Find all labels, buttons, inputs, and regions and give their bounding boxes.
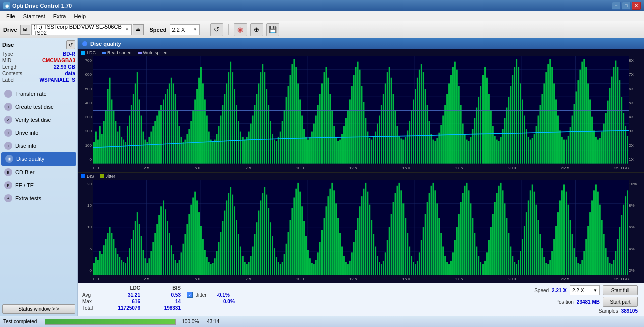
speed-select-value: 2.2 X bbox=[572, 288, 584, 293]
svg-rect-41 bbox=[141, 116, 142, 164]
stats-total-bis: 198331 bbox=[140, 305, 181, 311]
svg-rect-75 bbox=[208, 132, 210, 164]
svg-rect-78 bbox=[214, 140, 216, 164]
start-full-button[interactable]: Start full bbox=[603, 285, 638, 295]
svg-rect-427 bbox=[345, 262, 347, 275]
svg-rect-56 bbox=[171, 78, 172, 164]
svg-rect-419 bbox=[329, 188, 331, 275]
svg-rect-156 bbox=[369, 138, 370, 164]
copy-button[interactable]: ⊕ bbox=[250, 23, 263, 36]
svg-rect-124 bbox=[305, 137, 307, 164]
menu-file[interactable]: File bbox=[2, 12, 19, 20]
svg-rect-304 bbox=[101, 254, 103, 275]
status-window-button[interactable]: Status window > > bbox=[2, 304, 75, 314]
svg-rect-23 bbox=[105, 110, 107, 164]
svg-rect-420 bbox=[331, 183, 333, 275]
svg-rect-449 bbox=[389, 227, 390, 275]
svg-rect-280 bbox=[615, 61, 616, 164]
sidebar-item-fe-te[interactable]: F FE / TE bbox=[0, 179, 77, 192]
svg-rect-24 bbox=[107, 89, 109, 164]
svg-rect-562 bbox=[613, 260, 614, 275]
eject-button[interactable]: ⏏ bbox=[133, 24, 144, 35]
sidebar-item-transfer-rate[interactable]: → Transfer rate bbox=[0, 87, 77, 100]
svg-rect-271 bbox=[597, 140, 599, 164]
disc-section: Disc ↺ Type BD-R MID CMCMAGBA3 Length 22… bbox=[0, 38, 77, 86]
sidebar-item-create-test-disc[interactable]: + Create test disc bbox=[0, 100, 77, 113]
disc-quality-title: Disc quality bbox=[90, 41, 121, 47]
svg-rect-379 bbox=[250, 256, 252, 275]
save-button[interactable]: 💾 bbox=[266, 23, 279, 36]
svg-rect-331 bbox=[154, 233, 156, 275]
svg-rect-511 bbox=[512, 256, 513, 275]
speed-dropdown[interactable]: 2.2 X ▼ bbox=[170, 24, 200, 35]
sidebar-item-disc-info[interactable]: i Disc info bbox=[0, 139, 77, 152]
svg-rect-487 bbox=[464, 186, 466, 275]
svg-rect-532 bbox=[553, 239, 555, 275]
svg-rect-83 bbox=[224, 94, 225, 164]
minimize-button[interactable]: − bbox=[612, 2, 621, 10]
svg-rect-325 bbox=[143, 250, 144, 275]
chart1-svg-area bbox=[93, 56, 629, 164]
maximize-button[interactable]: □ bbox=[622, 2, 631, 10]
svg-rect-368 bbox=[228, 193, 229, 275]
sidebar-label-transfer-rate: Transfer rate bbox=[15, 91, 47, 97]
svg-rect-527 bbox=[543, 257, 545, 275]
sidebar-item-extra-tests[interactable]: + Extra tests bbox=[0, 192, 77, 205]
menu-help[interactable]: Help bbox=[70, 12, 90, 20]
svg-rect-513 bbox=[516, 264, 517, 275]
svg-rect-405 bbox=[301, 206, 303, 275]
menu-extra[interactable]: Extra bbox=[49, 12, 70, 20]
drive-dropdown[interactable]: (F:) TSSTcorp BDDVDW SE-506CB TS02 ▼ bbox=[31, 24, 132, 35]
svg-rect-135 bbox=[327, 78, 329, 164]
svg-rect-335 bbox=[163, 200, 164, 275]
sidebar-item-cd-bler[interactable]: B CD Bler bbox=[0, 166, 77, 179]
color-button[interactable]: ◉ bbox=[234, 23, 247, 36]
svg-rect-249 bbox=[553, 83, 555, 164]
svg-rect-566 bbox=[621, 215, 622, 275]
svg-rect-123 bbox=[303, 129, 305, 164]
svg-rect-441 bbox=[373, 234, 374, 275]
sidebar-item-drive-info[interactable]: i Drive info bbox=[0, 126, 77, 139]
stats-bis-header: BIS bbox=[140, 285, 181, 291]
svg-rect-559 bbox=[607, 257, 609, 275]
sidebar-item-disc-quality[interactable]: ◉ Disc quality bbox=[1, 152, 76, 166]
svg-rect-81 bbox=[220, 116, 221, 164]
speed-select-box[interactable]: 2.2 X ▼ bbox=[570, 285, 600, 295]
svg-rect-448 bbox=[387, 240, 388, 275]
stats-total-row: Total 11725076 198331 bbox=[82, 305, 235, 311]
svg-rect-144 bbox=[345, 118, 347, 164]
chart1-area: 700 600 500 400 300 200 100 0 bbox=[78, 56, 644, 164]
main-layout: Disc ↺ Type BD-R MID CMCMAGBA3 Length 22… bbox=[0, 38, 644, 316]
disc-refresh-button[interactable]: ↺ bbox=[66, 40, 75, 49]
chart2-svg-area bbox=[93, 180, 629, 275]
svg-rect-401 bbox=[293, 197, 295, 275]
start-part-button[interactable]: Start part bbox=[603, 297, 638, 307]
nav-section: → Transfer rate + Create test disc ✓ Ver… bbox=[0, 86, 77, 302]
menu-start-test[interactable]: Start test bbox=[19, 12, 49, 20]
svg-rect-494 bbox=[478, 256, 479, 275]
refresh-toolbar-button[interactable]: ↺ bbox=[210, 23, 223, 36]
svg-rect-410 bbox=[311, 263, 313, 275]
svg-rect-476 bbox=[442, 246, 444, 275]
svg-rect-382 bbox=[256, 222, 257, 275]
svg-rect-558 bbox=[605, 248, 607, 275]
svg-rect-560 bbox=[609, 263, 611, 275]
svg-rect-564 bbox=[617, 239, 618, 275]
sidebar-label-disc-info: Disc info bbox=[15, 143, 36, 149]
svg-rect-241 bbox=[538, 116, 539, 164]
svg-rect-170 bbox=[397, 126, 398, 164]
svg-rect-53 bbox=[165, 94, 166, 164]
svg-rect-395 bbox=[282, 262, 283, 275]
svg-rect-346 bbox=[184, 234, 186, 275]
svg-rect-214 bbox=[484, 67, 486, 164]
app-icon: ◉ bbox=[3, 2, 10, 9]
svg-rect-446 bbox=[383, 261, 384, 275]
sidebar-label-create-test-disc: Create test disc bbox=[15, 104, 53, 110]
svg-rect-495 bbox=[480, 262, 481, 275]
svg-rect-568 bbox=[625, 196, 626, 275]
svg-rect-229 bbox=[514, 67, 515, 164]
close-button[interactable]: ✕ bbox=[632, 2, 641, 10]
jitter-checkbox[interactable]: ✓ bbox=[185, 292, 195, 298]
svg-rect-396 bbox=[284, 254, 285, 275]
sidebar-item-verify-test-disc[interactable]: ✓ Verify test disc bbox=[0, 113, 77, 126]
